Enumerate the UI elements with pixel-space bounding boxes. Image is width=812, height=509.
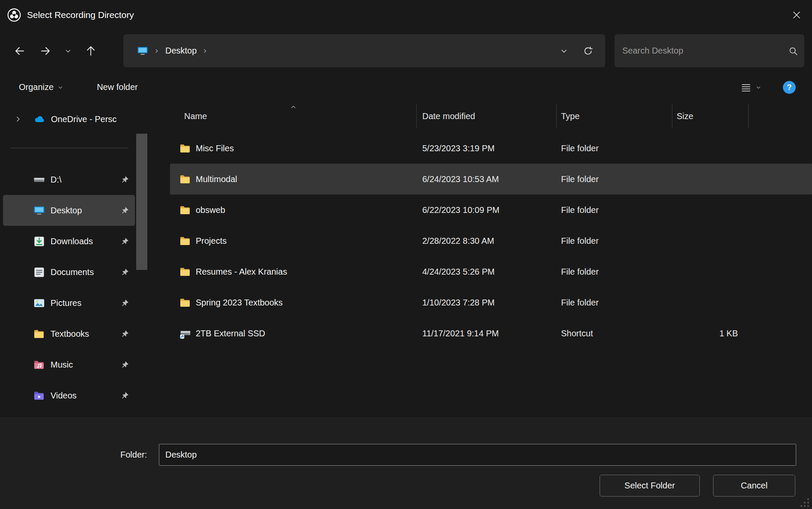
onedrive-icon xyxy=(33,113,45,125)
pin-icon xyxy=(120,206,129,215)
file-row-resumes-alex-kranias[interactable]: Resumes - Alex Kranias4/24/2023 5:26 PMF… xyxy=(170,256,812,287)
sidebar-item-label: Videos xyxy=(51,391,77,401)
column-header-row: NameDate modifiedTypeSize xyxy=(170,104,812,129)
chevron-down-icon xyxy=(64,47,72,55)
back-button[interactable] xyxy=(7,38,33,64)
recent-locations-button[interactable] xyxy=(58,38,78,64)
desktop-icon xyxy=(33,205,45,216)
svg-text:?: ? xyxy=(787,83,792,92)
file-name: Misc Files xyxy=(196,144,234,153)
file-type: File folder xyxy=(557,195,672,225)
file-type: File folder xyxy=(557,133,672,164)
sidebar-item-label: Documents xyxy=(51,267,94,277)
file-row-misc-files[interactable]: Misc Files5/23/2023 3:19 PMFile folder xyxy=(170,133,812,164)
search-input[interactable] xyxy=(622,46,788,56)
file-row-2tb-external-ssd[interactable]: 2TB External SSD11/17/2021 9:14 PMShortc… xyxy=(170,318,812,349)
help-button[interactable]: ? xyxy=(782,80,797,95)
search-box[interactable] xyxy=(615,34,804,67)
column-header-label: Date modified xyxy=(422,111,475,121)
titlebar: Select Recording Directory xyxy=(0,0,812,30)
forward-button[interactable] xyxy=(33,38,58,64)
file-row-multimodal[interactable]: Multimodal6/24/2023 10:53 AMFile folder xyxy=(170,164,812,195)
select-folder-button[interactable]: Select Folder xyxy=(600,475,700,497)
scrollbar-thumb[interactable] xyxy=(136,134,147,270)
file-date-modified: 6/22/2023 10:09 PM xyxy=(417,195,557,225)
new-folder-button[interactable]: New folder xyxy=(97,82,138,92)
file-row-obsweb[interactable]: obsweb6/22/2023 10:09 PMFile folder xyxy=(170,195,812,225)
folder-icon xyxy=(179,235,191,247)
videos-icon xyxy=(33,390,45,401)
column-header-name[interactable]: Name xyxy=(170,104,417,129)
search-icon xyxy=(788,46,798,56)
file-size xyxy=(672,287,749,318)
breadcrumb-segment-desktop[interactable]: Desktop xyxy=(165,46,197,56)
folder-input-row: Folder: xyxy=(120,444,796,466)
pin-icon xyxy=(120,360,129,369)
address-bar[interactable]: Desktop xyxy=(123,34,605,67)
obs-logo-icon xyxy=(7,8,21,22)
organize-button[interactable]: Organize xyxy=(19,82,63,92)
folder-icon xyxy=(179,174,191,185)
sidebar-item-videos[interactable]: Videos xyxy=(3,380,135,411)
sidebar-item-list: D:\DesktopDownloadsDocumentsPicturesText… xyxy=(0,164,156,411)
sidebar-item-label: Textbooks xyxy=(51,329,89,339)
new-folder-label: New folder xyxy=(97,82,138,92)
file-size xyxy=(672,164,749,195)
pin-icon xyxy=(120,175,129,184)
column-header-type[interactable]: Type xyxy=(557,104,672,129)
sidebar-item-label: Desktop xyxy=(51,206,82,216)
close-button[interactable] xyxy=(781,0,812,30)
change-view-button[interactable] xyxy=(740,82,761,93)
breadcrumb-chevron-icon[interactable] xyxy=(202,48,209,54)
file-name: Multimodal xyxy=(196,174,237,184)
sidebar-item-label: Pictures xyxy=(51,298,81,308)
file-row-spring-2023-textbooks[interactable]: Spring 2023 Textbooks1/10/2023 7:28 PMFi… xyxy=(170,287,812,318)
folder-icon xyxy=(179,297,191,308)
folder-icon xyxy=(33,328,45,340)
column-header-date-modified[interactable]: Date modified xyxy=(417,104,557,129)
command-bar: Organize New folder ? xyxy=(0,67,812,104)
folder-icon xyxy=(179,143,191,154)
sidebar-scrollbar[interactable] xyxy=(136,130,147,413)
file-date-modified: 11/17/2021 9:14 PM xyxy=(417,318,557,349)
sidebar-item-music[interactable]: Music xyxy=(3,349,135,380)
sidebar-item-desktop[interactable]: Desktop xyxy=(3,195,135,226)
sidebar-item-textbooks[interactable]: Textbooks xyxy=(3,318,135,349)
sidebar-item-downloads[interactable]: Downloads xyxy=(3,226,135,257)
file-name: Projects xyxy=(196,236,227,246)
file-size xyxy=(672,225,749,256)
column-header-label: Type xyxy=(561,111,579,121)
folder-icon xyxy=(179,266,191,278)
file-row-projects[interactable]: Projects2/28/2022 8:30 AMFile folder xyxy=(170,225,812,256)
forward-arrow-icon xyxy=(39,45,51,57)
file-type: Shortcut xyxy=(557,318,672,349)
sidebar-item-documents[interactable]: Documents xyxy=(3,257,135,287)
dialog-content: OneDrive - Persc D:\DesktopDownloadsDocu… xyxy=(0,104,812,418)
file-date-modified: 1/10/2023 7:28 PM xyxy=(417,287,557,318)
cancel-button[interactable]: Cancel xyxy=(713,475,795,497)
chevron-right-icon[interactable] xyxy=(14,115,22,123)
file-type: File folder xyxy=(557,287,672,318)
folder-name-input[interactable] xyxy=(159,444,796,466)
column-header-size[interactable]: Size xyxy=(672,104,749,129)
refresh-button[interactable] xyxy=(576,38,600,64)
sidebar-item-d[interactable]: D:\ xyxy=(3,164,135,195)
sidebar-item-pictures[interactable]: Pictures xyxy=(3,287,135,318)
drive-icon xyxy=(33,174,45,186)
file-name: obsweb xyxy=(196,205,225,215)
file-list-pane: NameDate modifiedTypeSize Misc Files5/23… xyxy=(156,104,812,418)
window-title: Select Recording Directory xyxy=(27,10,134,20)
resize-grip[interactable] xyxy=(799,497,810,508)
file-date-modified: 5/23/2023 3:19 PM xyxy=(417,133,557,164)
pin-icon xyxy=(120,299,129,308)
folder-label: Folder: xyxy=(120,450,159,460)
file-size: 1 KB xyxy=(672,318,749,349)
file-name: Spring 2023 Textbooks xyxy=(196,298,283,308)
file-date-modified: 2/28/2022 8:30 AM xyxy=(417,225,557,256)
up-button[interactable] xyxy=(78,38,104,64)
sidebar-item-label: D:\ xyxy=(51,175,62,185)
sidebar-item-onedrive-personal[interactable]: OneDrive - Persc xyxy=(0,106,141,132)
file-type: File folder xyxy=(557,164,672,195)
address-dropdown-button[interactable] xyxy=(552,38,576,64)
breadcrumb-chevron-icon[interactable] xyxy=(153,48,160,54)
